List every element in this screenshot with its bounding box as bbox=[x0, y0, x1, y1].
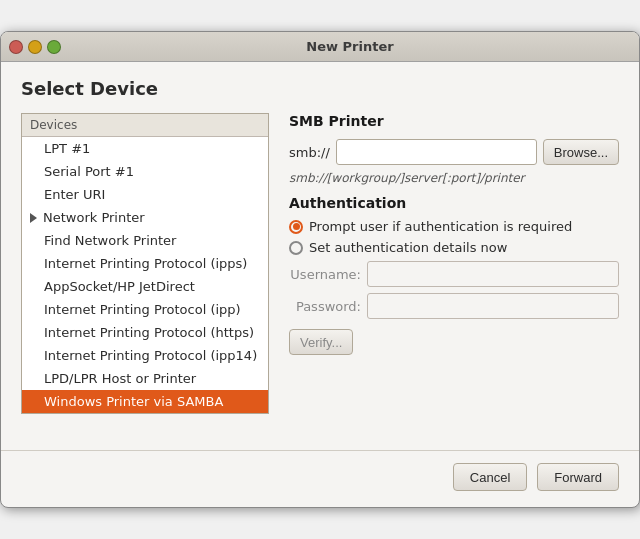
device-item-enter-uri[interactable]: Enter URI bbox=[22, 183, 268, 206]
cancel-button[interactable]: Cancel bbox=[453, 463, 527, 491]
radio-prompt[interactable] bbox=[289, 220, 303, 234]
radio-prompt-label: Prompt user if authentication is require… bbox=[309, 219, 572, 234]
minimize-button[interactable] bbox=[28, 40, 42, 54]
right-panel: SMB Printer smb:// Browse... smb://[work… bbox=[289, 113, 619, 414]
smb-row: smb:// Browse... bbox=[289, 139, 619, 165]
password-label: Password: bbox=[289, 299, 361, 314]
device-item-ipp14[interactable]: Internet Printing Protocol (ipp14) bbox=[22, 344, 268, 367]
smb-hint: smb://[workgroup/]server[:port]/printer bbox=[289, 171, 619, 185]
content-area: Select Device Devices LPT #1 Serial Port… bbox=[1, 62, 639, 430]
device-item-serial1[interactable]: Serial Port #1 bbox=[22, 160, 268, 183]
radio-row-1[interactable]: Prompt user if authentication is require… bbox=[289, 219, 619, 234]
device-item-lpr[interactable]: LPD/LPR Host or Printer bbox=[22, 367, 268, 390]
window-title: New Printer bbox=[69, 39, 631, 54]
radio-row-2[interactable]: Set authentication details now bbox=[289, 240, 619, 255]
device-list-header: Devices bbox=[22, 114, 268, 137]
window: New Printer Select Device Devices LPT #1… bbox=[0, 31, 640, 508]
username-row: Username: bbox=[289, 261, 619, 287]
device-list-container: Devices LPT #1 Serial Port #1 Enter URI … bbox=[21, 113, 269, 414]
browse-button[interactable]: Browse... bbox=[543, 139, 619, 165]
password-input[interactable] bbox=[367, 293, 619, 319]
main-layout: Devices LPT #1 Serial Port #1 Enter URI … bbox=[21, 113, 619, 414]
forward-button[interactable]: Forward bbox=[537, 463, 619, 491]
device-item-network-printer[interactable]: Network Printer bbox=[22, 206, 268, 229]
smb-prefix-label: smb:// bbox=[289, 145, 330, 160]
maximize-button[interactable] bbox=[47, 40, 61, 54]
footer: Cancel Forward bbox=[1, 450, 639, 507]
device-item-find-network[interactable]: Find Network Printer bbox=[22, 229, 268, 252]
smb-input[interactable] bbox=[336, 139, 537, 165]
username-input[interactable] bbox=[367, 261, 619, 287]
triangle-icon bbox=[30, 213, 37, 223]
username-label: Username: bbox=[289, 267, 361, 282]
device-item-appsocket[interactable]: AppSocket/HP JetDirect bbox=[22, 275, 268, 298]
device-item-lpt1[interactable]: LPT #1 bbox=[22, 137, 268, 160]
page-title: Select Device bbox=[21, 78, 619, 99]
auth-section-title: Authentication bbox=[289, 195, 619, 211]
radio-set-details-label: Set authentication details now bbox=[309, 240, 507, 255]
smb-section-title: SMB Printer bbox=[289, 113, 619, 129]
device-item-ipp[interactable]: Internet Printing Protocol (ipp) bbox=[22, 298, 268, 321]
device-item-samba[interactable]: Windows Printer via SAMBA bbox=[22, 390, 268, 413]
titlebar-buttons bbox=[9, 40, 61, 54]
device-panel: Devices LPT #1 Serial Port #1 Enter URI … bbox=[21, 113, 269, 414]
titlebar: New Printer bbox=[1, 32, 639, 62]
close-button[interactable] bbox=[9, 40, 23, 54]
device-item-ipp-ipps[interactable]: Internet Printing Protocol (ipps) bbox=[22, 252, 268, 275]
verify-button[interactable]: Verify... bbox=[289, 329, 353, 355]
device-item-ipp-https[interactable]: Internet Printing Protocol (https) bbox=[22, 321, 268, 344]
password-row: Password: bbox=[289, 293, 619, 319]
radio-set-details[interactable] bbox=[289, 241, 303, 255]
